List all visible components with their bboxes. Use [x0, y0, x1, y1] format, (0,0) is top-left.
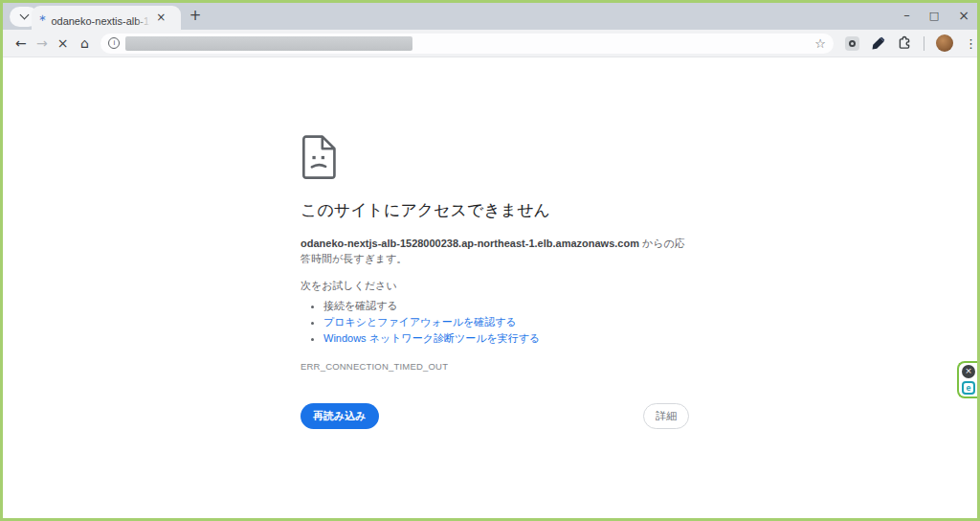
details-button[interactable]: 詳細 — [643, 403, 689, 429]
window-controls: – □ × — [903, 3, 969, 28]
tab-strip: ∗ odaneko-nextjs-alb-152800023 × + – □ × — [3, 3, 977, 30]
extension-ring-icon — [849, 40, 856, 47]
extension-badge-icon[interactable] — [845, 36, 859, 51]
widget-close-icon[interactable]: × — [962, 365, 975, 378]
suggestions-header: 次をお試しください — [301, 279, 689, 293]
chevron-down-icon — [19, 11, 29, 20]
sad-page-icon — [301, 135, 337, 179]
suggestion-link[interactable]: プロキシとファイアウォールを確認する — [323, 316, 517, 328]
stop-button[interactable]: × — [53, 35, 74, 51]
tab-close-icon[interactable]: × — [153, 11, 168, 26]
address-bar[interactable]: i ☆ — [100, 34, 834, 54]
toolbar-right-icons: ⋮ — [845, 34, 977, 52]
menu-dots-icon[interactable]: ⋮ — [965, 36, 977, 51]
url-redacted-block — [125, 36, 412, 51]
suggestion-label: 接続を確認する — [323, 300, 398, 311]
overlay-widget: × e — [957, 361, 977, 398]
maximize-button[interactable]: □ — [929, 11, 939, 21]
suggestions-list: 接続を確認する プロキシとファイアウォールを確認する Windows ネットワー… — [301, 298, 689, 347]
error-page: このサイトにアクセスできません odaneko-nextjs-alb-15280… — [3, 58, 977, 518]
extensions-puzzle-icon[interactable] — [897, 35, 912, 51]
tab-title: odaneko-nextjs-alb-152800023 — [51, 15, 150, 25]
browser-toolbar: ← → × ⌂ i ☆ ⋮ — [3, 30, 977, 57]
home-button[interactable]: ⌂ — [74, 35, 97, 51]
suggestion-run-network-diagnostics: Windows ネットワーク診断ツールを実行する — [323, 330, 689, 347]
error-content: このサイトにアクセスできません odaneko-nextjs-alb-15280… — [301, 135, 689, 429]
error-host: odaneko-nextjs-alb-1528000238.ap-northea… — [301, 238, 639, 249]
suggestion-check-connection: 接続を確認する — [323, 298, 689, 314]
minimize-button[interactable]: – — [903, 11, 910, 20]
widget-e-badge-icon[interactable]: e — [962, 381, 975, 395]
browser-window: ∗ odaneko-nextjs-alb-152800023 × + – □ ×… — [0, 0, 980, 521]
close-window-button[interactable]: × — [958, 10, 969, 21]
profile-avatar[interactable] — [936, 34, 953, 52]
bookmark-star-icon[interactable]: ☆ — [814, 36, 826, 51]
error-title: このサイトにアクセスできません — [301, 199, 689, 221]
toolbar-divider — [924, 36, 924, 51]
tab-title-wrap: odaneko-nextjs-alb-152800023 — [51, 11, 150, 25]
forward-button[interactable]: → — [32, 35, 53, 51]
tab-favicon-icon: ∗ — [38, 13, 46, 23]
site-info-icon[interactable]: i — [108, 37, 120, 49]
tab-odaneko[interactable]: ∗ odaneko-nextjs-alb-152800023 × — [32, 6, 181, 30]
new-tab-button[interactable]: + — [187, 8, 204, 25]
button-row: 再読み込み 詳細 — [301, 403, 689, 429]
pen-extension-icon[interactable] — [871, 36, 885, 51]
reload-button[interactable]: 再読み込み — [301, 403, 379, 429]
back-button[interactable]: ← — [11, 35, 32, 51]
error-message: odaneko-nextjs-alb-1528000238.ap-northea… — [301, 236, 689, 266]
error-code: ERR_CONNECTION_TIMED_OUT — [301, 361, 689, 372]
suggestion-link[interactable]: Windows ネットワーク診断ツールを実行する — [323, 332, 540, 344]
suggestion-check-proxy-firewall: プロキシとファイアウォールを確認する — [323, 314, 689, 330]
